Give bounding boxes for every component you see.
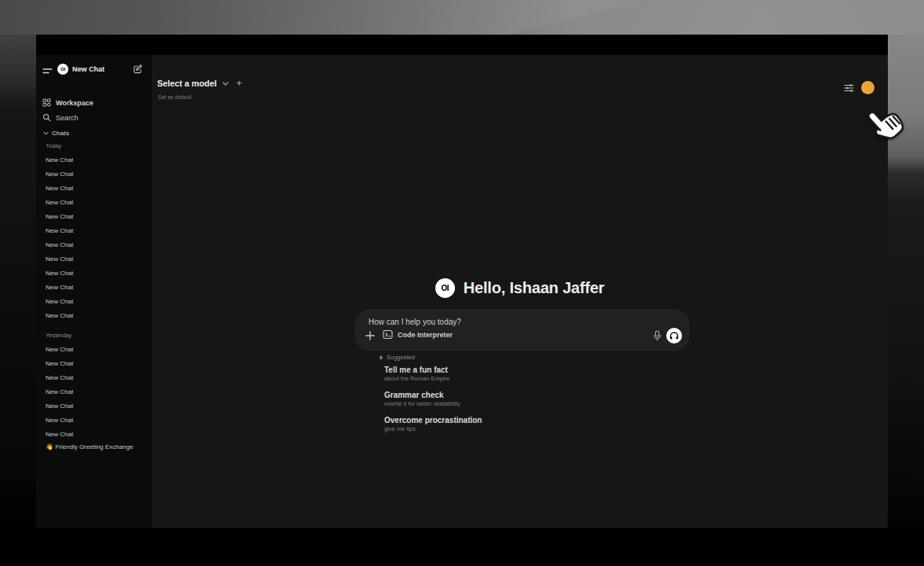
suggestion-title: Grammar check [384, 390, 644, 400]
chat-list-item[interactable]: New Chat [36, 309, 152, 323]
suggestion-item[interactable]: Overcome procrastination give me tips [384, 415, 644, 433]
chat-list-item[interactable]: New Chat [36, 413, 152, 428]
sidebar-brand-title: New Chat [72, 65, 104, 73]
topbar-controls [844, 81, 874, 94]
chat-group-label-yesterday: Yesterday [46, 332, 72, 339]
user-avatar[interactable] [861, 81, 874, 94]
sidebar-item-workspace[interactable]: Workspace [36, 96, 152, 109]
suggestion-item[interactable]: Grammar check rewrite it for better read… [384, 390, 644, 408]
chat-list-item-named[interactable]: 👋 Friendly Greeting Exchange [46, 443, 133, 450]
chat-list-item[interactable]: New Chat [36, 153, 152, 167]
search-icon [42, 113, 51, 122]
chat-group-label-today: Today [46, 142, 61, 149]
code-interpreter-label: Code Interpreter [398, 331, 453, 339]
suggestion-list: Tell me a fun fact about the Roman Empir… [384, 365, 644, 440]
window-title-strip [36, 35, 888, 55]
wallpaper-bottom-band [0, 528, 924, 566]
app-window: OI New Chat Workspace Search Chats Today [36, 35, 888, 528]
new-chat-edit-icon[interactable] [133, 64, 143, 74]
chat-list-item[interactable]: New Chat [36, 252, 152, 266]
add-model-button[interactable]: + [236, 78, 242, 89]
message-composer: Code Interpreter [355, 310, 689, 351]
suggested-label: Suggested [387, 354, 415, 361]
suggestion-title: Overcome procrastination [384, 415, 644, 425]
chat-list-item[interactable]: New Chat [36, 428, 152, 442]
app-logo: OI [57, 64, 68, 75]
chat-list-item[interactable]: New Chat [36, 210, 152, 224]
chat-list-item[interactable]: New Chat [36, 238, 152, 252]
chevron-down-icon [43, 131, 49, 135]
suggestion-subtitle: rewrite it for better readability [384, 400, 644, 408]
bolt-icon [379, 355, 383, 361]
message-input[interactable] [367, 317, 666, 327]
sidebar: OI New Chat Workspace Search Chats Today [36, 55, 152, 528]
workspace-grid-icon [42, 98, 51, 107]
chat-list-item[interactable]: New Chat [36, 224, 152, 238]
set-default-link[interactable]: Set as default [158, 94, 192, 100]
chat-list-item[interactable]: New Chat [36, 281, 152, 295]
suggestion-item[interactable]: Tell me a fun fact about the Roman Empir… [384, 365, 644, 383]
suggestion-subtitle: about the Roman Empire [384, 375, 644, 383]
mic-button[interactable] [653, 330, 662, 341]
chat-list-item[interactable]: New Chat [36, 399, 152, 413]
chat-list-item[interactable]: New Chat [36, 196, 152, 210]
sidebar-toggle-icon[interactable] [42, 68, 53, 75]
main-area: Select a model + Set as default OI Hello… [152, 55, 888, 528]
greeting-text: Hello, Ishaan Jaffer [464, 279, 604, 297]
chat-list-item[interactable]: New Chat [36, 385, 152, 399]
workspace-label: Workspace [56, 99, 94, 107]
chat-list-item[interactable]: New Chat [36, 357, 152, 371]
attach-plus-button[interactable] [365, 331, 375, 340]
chevron-down-icon [222, 82, 229, 86]
chats-section-toggle[interactable]: Chats [43, 130, 69, 137]
wallpaper-right-band [888, 35, 924, 566]
chat-list-item[interactable]: New Chat [36, 371, 152, 385]
headphones-icon [669, 331, 679, 340]
code-interpreter-toggle[interactable]: Code Interpreter [383, 329, 453, 340]
chat-list-item[interactable]: New Chat [36, 167, 152, 182]
desktop: OI New Chat Workspace Search Chats Today [0, 0, 924, 566]
voice-call-button[interactable] [666, 328, 682, 344]
search-label: Search [56, 114, 79, 122]
model-selector[interactable]: Select a model + [157, 78, 242, 89]
code-interpreter-icon [383, 329, 393, 340]
composer-actions: Code Interpreter [356, 328, 688, 345]
wallpaper-left-band [0, 35, 36, 566]
logo-monogram: OI [435, 278, 455, 298]
chat-list-item[interactable]: New Chat [36, 266, 152, 281]
suggested-header: Suggested [379, 354, 415, 361]
suggestion-title: Tell me a fun fact [384, 365, 644, 375]
chat-list-yesterday: New ChatNew ChatNew ChatNew ChatNew Chat… [36, 343, 152, 442]
chat-list-today: New ChatNew ChatNew ChatNew ChatNew Chat… [36, 153, 152, 323]
model-selector-label: Select a model [157, 79, 217, 88]
mic-icon [653, 330, 662, 341]
chat-list-item[interactable]: New Chat [36, 295, 152, 309]
chats-section-label: Chats [52, 130, 69, 137]
chat-list-item[interactable]: New Chat [36, 182, 152, 196]
sidebar-header: OI New Chat [36, 60, 152, 77]
controls-sliders-icon[interactable] [844, 83, 854, 93]
chat-list-item[interactable]: New Chat [36, 343, 152, 357]
suggestion-subtitle: give me tips [384, 425, 644, 433]
greeting-block: OI Hello, Ishaan Jaffer [152, 278, 888, 298]
sidebar-item-search[interactable]: Search [36, 111, 152, 124]
